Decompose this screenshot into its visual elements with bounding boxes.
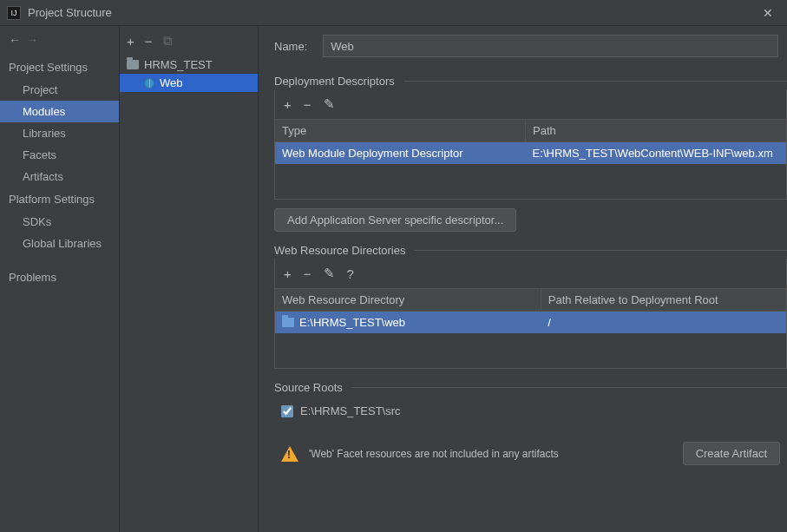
name-label: Name: bbox=[274, 40, 307, 53]
nav-libraries[interactable]: Libraries bbox=[0, 122, 119, 144]
deploy-table: Type Path Web Module Deployment Descript… bbox=[275, 119, 786, 199]
deploy-title: Deployment Descriptors bbox=[274, 75, 395, 88]
deploy-row[interactable]: Web Module Deployment Descriptor E:\HRMS… bbox=[275, 142, 786, 165]
nav-modules[interactable]: Modules bbox=[0, 101, 119, 122]
titlebar: IJ Project Structure ✕ bbox=[0, 0, 787, 26]
tree-facet-node[interactable]: Web bbox=[120, 74, 258, 92]
webres-table: Web Resource Directory Path Relative to … bbox=[275, 288, 786, 368]
source-root-checkbox[interactable] bbox=[281, 405, 293, 417]
nav-forward-icon[interactable]: → bbox=[26, 33, 38, 47]
tree-toolbar: + − ⧉ bbox=[120, 31, 258, 56]
deploy-row-type: Web Module Deployment Descriptor bbox=[275, 142, 526, 165]
webres-remove-icon[interactable]: − bbox=[304, 266, 312, 281]
divider bbox=[403, 81, 787, 82]
close-icon[interactable]: ✕ bbox=[756, 3, 780, 23]
deploy-row-path: E:\HRMS_TEST\WebContent\WEB-INF\web.xm bbox=[526, 142, 786, 165]
tree-module-node[interactable]: HRMS_TEST bbox=[120, 56, 258, 74]
deploy-edit-icon[interactable] bbox=[324, 96, 335, 112]
deploy-col-type[interactable]: Type bbox=[275, 120, 526, 142]
nav-back-icon[interactable]: ← bbox=[9, 33, 21, 47]
web-globe-icon bbox=[144, 78, 154, 89]
nav-sdks[interactable]: SDKs bbox=[0, 211, 119, 233]
divider bbox=[351, 387, 787, 388]
nav-project[interactable]: Project bbox=[0, 79, 119, 101]
tree-copy-icon[interactable]: ⧉ bbox=[163, 33, 173, 49]
content-panel: Name: Deployment Descriptors + − Type Pa… bbox=[259, 26, 787, 532]
deploy-remove-icon[interactable]: − bbox=[304, 97, 312, 112]
webres-title: Web Resource Directories bbox=[274, 244, 405, 257]
nav-artifacts[interactable]: Artifacts bbox=[0, 166, 119, 187]
tree-facet-label: Web bbox=[160, 76, 183, 89]
window-title: Project Structure bbox=[28, 6, 756, 19]
nav-problems[interactable]: Problems bbox=[0, 266, 119, 288]
warning-icon bbox=[281, 446, 298, 462]
left-nav: ← → Project Settings Project Modules Lib… bbox=[0, 26, 120, 532]
warning-message: 'Web' Facet resources are not included i… bbox=[309, 448, 672, 460]
webres-col-rel[interactable]: Path Relative to Deployment Root bbox=[541, 289, 786, 312]
source-root-label: E:\HRMS_TEST\src bbox=[300, 404, 401, 417]
webres-row-dir-label: E:\HRMS_TEST\web bbox=[299, 316, 405, 329]
webres-col-dir[interactable]: Web Resource Directory bbox=[275, 289, 541, 312]
create-artifact-button[interactable]: Create Artifact bbox=[683, 442, 780, 465]
webres-row-dir: E:\HRMS_TEST\web bbox=[275, 312, 541, 334]
platform-settings-header: Platform Settings bbox=[0, 187, 119, 211]
src-title: Source Roots bbox=[274, 381, 343, 394]
webres-add-icon[interactable]: + bbox=[284, 266, 292, 281]
add-descriptor-button[interactable]: Add Application Server specific descript… bbox=[274, 208, 516, 232]
deploy-add-icon[interactable]: + bbox=[284, 97, 292, 112]
name-input[interactable] bbox=[323, 35, 778, 57]
tree-module-label: HRMS_TEST bbox=[144, 58, 213, 71]
deploy-col-path[interactable]: Path bbox=[526, 120, 786, 142]
tree-remove-icon[interactable]: − bbox=[145, 34, 153, 49]
folder-icon bbox=[127, 60, 139, 69]
webres-help-icon[interactable] bbox=[347, 266, 354, 281]
project-settings-header: Project Settings bbox=[0, 56, 119, 79]
webres-row[interactable]: E:\HRMS_TEST\web / bbox=[275, 312, 786, 334]
module-tree: + − ⧉ HRMS_TEST Web bbox=[120, 26, 259, 532]
nav-global-libraries[interactable]: Global Libraries bbox=[0, 233, 119, 254]
webres-edit-icon[interactable] bbox=[324, 266, 335, 281]
divider bbox=[414, 250, 787, 251]
source-root-row[interactable]: E:\HRMS_TEST\src bbox=[281, 404, 780, 417]
webres-row-rel: / bbox=[541, 312, 786, 334]
folder-icon bbox=[282, 318, 294, 327]
tree-add-icon[interactable]: + bbox=[127, 34, 134, 49]
app-icon: IJ bbox=[7, 6, 21, 20]
nav-facets[interactable]: Facets bbox=[0, 144, 119, 166]
